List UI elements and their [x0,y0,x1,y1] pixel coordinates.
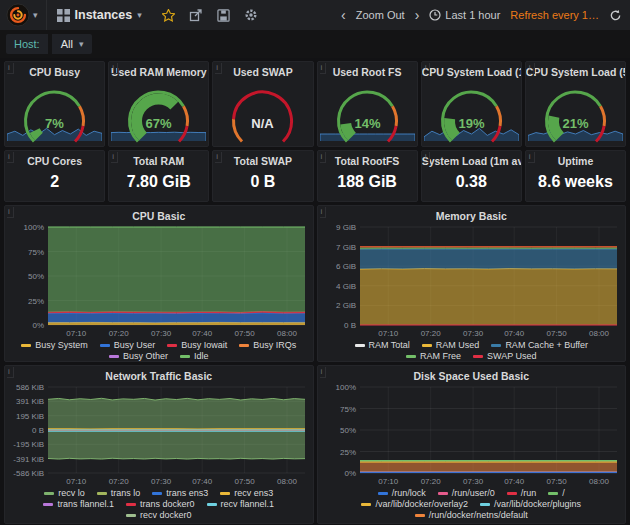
info-icon[interactable]: i [111,63,118,74]
panel-title[interactable]: System Load (1m avg) [422,151,521,167]
svg-text:-586 KiB: -586 KiB [13,469,44,478]
legend-item[interactable]: Busy IRQs [239,340,296,350]
legend-item[interactable]: recv flannel.1 [207,499,275,509]
legend-item[interactable]: recv docker0 [126,510,192,520]
time-back-button[interactable]: ‹ [341,8,346,22]
template-variable-bar: Host: All ▾ [0,30,630,58]
panel-network-traffic: i Network Traffic Basic 586 KiB391 KiB19… [4,365,314,524]
legend-item[interactable]: /run/user/0 [438,488,495,498]
info-icon[interactable]: i [215,152,222,163]
svg-text:07:20: 07:20 [108,477,129,486]
svg-text:9 GiB: 9 GiB [336,223,356,232]
stat-value: 188 GiB [318,173,417,191]
panel-title[interactable]: Total SWAP [213,151,312,167]
legend-item[interactable]: Idle [180,351,209,361]
panel-title[interactable]: Used SWAP [213,62,312,78]
legend-item[interactable]: Busy Iowait [167,340,227,350]
save-button[interactable] [217,9,230,22]
panel-title[interactable]: CPU System Load (5m avg) [526,62,625,78]
legend-item[interactable]: trans docker0 [126,499,195,509]
info-icon[interactable]: i [7,207,14,218]
legend-item[interactable]: Busy System [21,340,88,350]
svg-text:4 GiB: 4 GiB [336,282,356,291]
legend-item[interactable]: trans lo [97,488,141,498]
panel-title[interactable]: Uptime [526,151,625,167]
settings-button[interactable] [244,8,258,22]
legend-item[interactable]: RAM Cache + Buffer [491,340,588,350]
memory-basic-chart[interactable]: 0 B2 GiB4 GiB6 GiB7 GiB9 GiB07:1007:2007… [320,222,622,340]
panel-title[interactable]: Network Traffic Basic [5,366,313,382]
legend-item[interactable]: RAM Total [355,340,410,350]
panel-title[interactable]: Disk Space Used Basic [318,366,626,382]
panel-title[interactable]: Used Root FS [318,62,417,78]
share-button[interactable] [189,8,203,22]
info-icon[interactable]: i [215,63,222,74]
info-icon[interactable]: i [424,152,431,163]
panel-title[interactable]: Used RAM Memory [109,62,208,78]
stat-value: 2 [5,173,104,191]
cpu-basic-chart[interactable]: 0%25%50%75%100%07:1007:2007:3007:4007:50… [8,222,310,340]
panel-title[interactable]: CPU System Load (1m avg) [422,62,521,78]
legend-swatch [361,503,371,506]
legend-swatch [422,344,432,347]
info-icon[interactable]: i [528,63,535,74]
panel-title[interactable]: Total RAM [109,151,208,167]
refresh-button[interactable] [609,9,622,22]
legend-item[interactable]: / [548,488,565,498]
dashboard-title-dropdown[interactable]: Instances ▾ [47,8,152,22]
legend-item[interactable]: Busy User [100,340,156,350]
time-forward-button[interactable]: › [415,8,420,22]
legend-item[interactable]: SWAP Used [473,351,537,361]
svg-text:0%: 0% [32,321,44,330]
zoom-out-button[interactable]: Zoom Out [356,9,405,21]
star-button[interactable] [162,9,175,22]
host-variable-dropdown[interactable]: All ▾ [52,34,93,54]
legend-item[interactable]: /run/lock [378,488,426,498]
info-icon[interactable]: i [320,207,327,218]
refresh-icon [609,9,622,22]
svg-text:6 GiB: 6 GiB [336,262,356,271]
panel-title[interactable]: Total RootFS [318,151,417,167]
panel-title[interactable]: Memory Basic [318,206,626,222]
legend-item[interactable]: /run/docker/netns/default [415,510,528,520]
legend-item[interactable]: RAM Used [422,340,480,350]
legend-item[interactable]: RAM Free [406,351,461,361]
panel-title[interactable]: CPU Busy [5,62,104,78]
svg-text:07:30: 07:30 [151,477,172,486]
info-icon[interactable]: i [7,63,14,74]
panel-title[interactable]: CPU Cores [5,151,104,167]
legend-label: /run/lock [392,488,426,498]
refresh-interval-button[interactable]: Refresh every 1… [510,9,599,21]
share-icon [189,8,203,22]
info-icon[interactable]: i [7,367,14,378]
legend-swatch [43,503,53,506]
disk-space-chart[interactable]: 0%25%50%75%100%07:1007:2007:3007:4007:50… [320,382,622,488]
network-traffic-chart[interactable]: 586 KiB391 KiB195 KiB0 B-195 KiB-391 KiB… [8,382,310,488]
legend-item[interactable]: recv lo [44,488,85,498]
legend-item[interactable]: recv ens3 [220,488,273,498]
grafana-logo-button[interactable]: ▾ [4,0,47,30]
panel-title[interactable]: CPU Basic [5,206,313,222]
time-range-button[interactable]: Last 1 hour [429,9,500,21]
legend-swatch [355,344,365,347]
legend-item[interactable]: trans flannel.1 [43,499,114,509]
info-icon[interactable]: i [111,152,118,163]
svg-text:07:40: 07:40 [192,477,213,486]
info-icon[interactable]: i [320,152,327,163]
panel-cpu-cores: i CPU Cores 2 [4,150,105,202]
info-icon[interactable]: i [320,367,327,378]
info-icon[interactable]: i [528,152,535,163]
legend-item[interactable]: /var/lib/docker/overlay2 [361,499,468,509]
clock-icon [429,9,441,21]
info-icon[interactable]: i [424,63,431,74]
legend-swatch [378,492,388,495]
info-icon[interactable]: i [320,63,327,74]
legend-item[interactable]: Busy Other [109,351,168,361]
legend-item[interactable]: /var/lib/docker/plugins [480,499,581,509]
panel-sysload-1m: i CPU System Load (1m avg) 19% [421,61,522,147]
chart-legend: Busy SystemBusy UserBusy IowaitBusy IRQs… [5,340,313,361]
legend-item[interactable]: trans ens3 [152,488,208,498]
svg-text:07:50: 07:50 [234,329,255,338]
legend-item[interactable]: /run [507,488,537,498]
info-icon[interactable]: i [7,152,14,163]
